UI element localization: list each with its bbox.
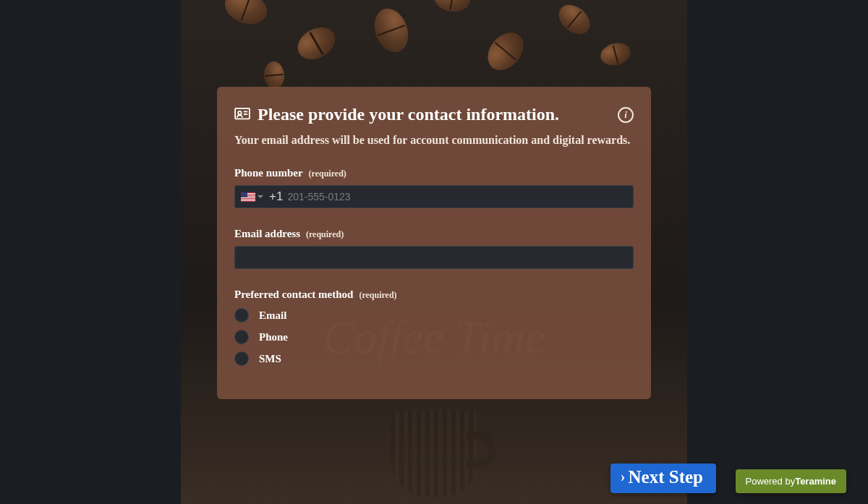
email-field: Email address (required) — [234, 227, 634, 269]
phone-label: Phone number — [234, 167, 303, 179]
radio-option-phone[interactable]: Phone — [234, 330, 634, 344]
contact-method-field: Preferred contact method (required) Emai… — [234, 288, 634, 366]
required-indicator: (required) — [306, 229, 344, 239]
contact-card-icon — [234, 108, 250, 121]
powered-by-badge[interactable]: Powered byTeramine — [736, 469, 847, 493]
powered-by-prefix: Powered by — [746, 476, 796, 487]
required-indicator: (required) — [359, 290, 396, 300]
radio-label: Phone — [259, 331, 288, 343]
radio-option-email[interactable]: Email — [234, 308, 634, 323]
next-step-button[interactable]: › Next Step — [610, 464, 716, 493]
svg-point-1 — [238, 111, 242, 115]
radio-label: Email — [259, 309, 286, 322]
radio-label: SMS — [259, 353, 281, 365]
email-input[interactable] — [239, 247, 629, 268]
chevron-right-icon: › — [621, 469, 626, 484]
us-flag-icon — [241, 192, 255, 202]
phone-field: Phone number (required) +1 — [234, 166, 634, 208]
radio-icon — [234, 308, 249, 323]
phone-input[interactable] — [287, 186, 629, 208]
contact-form-card: Please provide your contact information.… — [217, 87, 651, 399]
chevron-down-icon — [258, 195, 263, 198]
required-indicator: (required) — [309, 168, 346, 179]
powered-by-brand: Teramine — [795, 476, 836, 487]
country-code-selector[interactable] — [239, 192, 265, 202]
contact-method-label: Preferred contact method — [234, 289, 353, 300]
next-step-label: Next Step — [629, 467, 703, 487]
email-label: Email address — [234, 228, 300, 239]
radio-icon — [234, 351, 249, 366]
info-icon[interactable]: i — [618, 107, 634, 123]
radio-option-sms[interactable]: SMS — [234, 351, 634, 366]
form-title: Please provide your contact information. — [258, 104, 559, 125]
form-subtitle: Your email address will be used for acco… — [234, 132, 634, 148]
dial-code: +1 — [269, 189, 283, 204]
radio-icon — [234, 330, 249, 344]
